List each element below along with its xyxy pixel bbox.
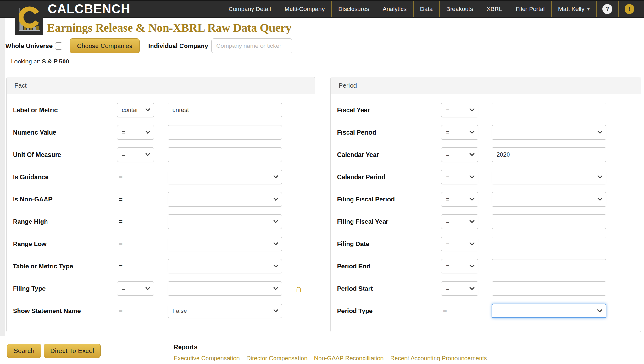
chevron-down-icon [273, 175, 278, 179]
filing-type-operator-select[interactable]: = [117, 281, 154, 296]
filing-type-value-select[interactable] [168, 281, 282, 296]
fiscal-period-operator-select[interactable]: = [441, 125, 478, 140]
range-high-value-cell [168, 214, 282, 229]
form-row-range-high: Range High= [7, 214, 315, 229]
calendar-period-operator-select[interactable]: = [441, 170, 478, 184]
user-name: Matt Kelly [558, 6, 584, 13]
show-statement-name-operator-cell: = [117, 307, 154, 315]
unit-of-measure-value-input[interactable] [168, 147, 282, 162]
period-end-value-input[interactable] [492, 259, 606, 273]
range-high-value-select[interactable] [168, 214, 282, 229]
form-row-filing-fiscal-year: Filing Fiscal Year= [331, 214, 641, 229]
period-type-value-select[interactable] [492, 304, 606, 318]
chevron-down-icon [273, 287, 278, 290]
form-row-filing-type: Filing Type=∩ [7, 281, 315, 296]
report-link-recent-accounting-pronouncements[interactable]: Recent Accounting Pronouncements [390, 355, 487, 362]
chevron-down-icon [469, 131, 475, 134]
nav-menu: Company DetailMulti-CompanyDisclosuresAn… [222, 1, 640, 17]
label-or-metric-operator-select[interactable]: contai [117, 103, 154, 117]
form-row-numeric-value: Numeric Value= [7, 125, 315, 140]
period-end-value-cell [492, 259, 606, 273]
numeric-value-value-input[interactable] [168, 125, 282, 140]
brand-name[interactable]: CALCBENCH [48, 2, 130, 16]
period-start-value-input[interactable] [492, 281, 606, 296]
filing-date-value-input[interactable] [492, 237, 606, 251]
calendar-period-operator-cell: = [441, 170, 478, 184]
report-link-director-compensation[interactable]: Director Compensation [246, 355, 307, 362]
report-links: Executive CompensationDirector Compensat… [174, 355, 487, 362]
filing-fiscal-period-operator-select[interactable]: = [441, 192, 478, 207]
nav-item-analytics[interactable]: Analytics [376, 1, 413, 17]
calendar-year-value-input[interactable] [492, 147, 606, 162]
looking-at-label: Looking at: [11, 58, 40, 65]
is-guidance-value-select[interactable] [168, 170, 282, 184]
period-end-operator-select-value: = [446, 263, 467, 270]
nav-item-company-detail[interactable]: Company Detail [222, 1, 278, 17]
filing-date-operator-select[interactable]: = [441, 237, 478, 251]
label-or-metric-value-input[interactable] [168, 103, 282, 117]
filing-fiscal-period-value-select[interactable] [492, 192, 606, 207]
nav-item-filer-portal[interactable]: Filer Portal [509, 1, 551, 17]
filing-fiscal-year-value-input[interactable] [492, 214, 606, 229]
unit-of-measure-label: Unit Of Measure [13, 151, 117, 158]
individual-company-label: Individual Company [148, 42, 208, 50]
chevron-down-icon [469, 108, 475, 112]
filing-type-operator-select-value: = [122, 285, 143, 292]
is-non-gaap-value-select[interactable] [168, 192, 282, 207]
fact-panel-body: Label or MetriccontaiNumeric Value=Unit … [7, 94, 315, 332]
calcbench-logo[interactable] [15, 1, 43, 35]
filing-date-label: Filing Date [337, 240, 441, 248]
choose-companies-button[interactable]: Choose Companies [70, 38, 140, 53]
numeric-value-operator-select[interactable]: = [117, 125, 154, 140]
calendar-year-operator-select[interactable]: = [441, 147, 478, 162]
filing-fiscal-year-operator-select[interactable]: = [441, 214, 478, 229]
is-non-gaap-value-cell [168, 192, 282, 207]
period-start-operator-select[interactable]: = [441, 281, 478, 296]
nav-item-xbrl[interactable]: XBRL [480, 1, 509, 17]
universe-controls: Whole Universe Choose Companies Individu… [5, 38, 644, 53]
nav-item-breakouts[interactable]: Breakouts [439, 1, 480, 17]
nav-item-disclosures[interactable]: Disclosures [331, 1, 376, 17]
alerts-button[interactable]: ! [618, 1, 640, 17]
page-left-gutter [0, 18, 5, 336]
intersect-icon: ∩ [282, 284, 302, 293]
search-button[interactable]: Search [7, 344, 41, 358]
help-button[interactable]: ? [596, 1, 618, 17]
calendar-period-value-select[interactable] [492, 170, 606, 184]
help-icon: ? [602, 4, 612, 14]
period-type-value-cell [492, 304, 606, 318]
is-guidance-operator-equals: = [117, 174, 123, 180]
range-low-value-cell [168, 237, 282, 251]
label-or-metric-value-cell [168, 103, 282, 117]
nav-item-multi-company[interactable]: Multi-Company [278, 1, 331, 17]
fiscal-period-label: Fiscal Period [337, 129, 441, 136]
direct-to-excel-button[interactable]: Direct To Excel [44, 344, 101, 358]
whole-universe-checkbox[interactable] [55, 42, 62, 50]
table-or-metric-type-value-select[interactable] [168, 259, 282, 273]
action-footer: Search Direct To Excel Reports Executive… [7, 344, 644, 362]
fiscal-period-value-select[interactable] [492, 125, 606, 140]
period-end-operator-select[interactable]: = [441, 259, 478, 273]
report-link-non-gaap-reconcilliation[interactable]: Non-GAAP Reconcilliation [314, 355, 384, 362]
form-row-period-end: Period End= [331, 259, 641, 273]
period-end-operator-cell: = [441, 259, 478, 273]
form-row-is-non-gaap: Is Non-GAAP= [7, 192, 315, 207]
nav-item-data[interactable]: Data [413, 1, 439, 17]
filing-fiscal-period-label: Filing Fiscal Period [337, 196, 441, 203]
chevron-down-icon [469, 242, 475, 245]
filing-fiscal-period-operator-select-value: = [446, 196, 467, 203]
report-link-executive-compensation[interactable]: Executive Compensation [174, 355, 240, 362]
fiscal-year-operator-select[interactable]: = [441, 103, 478, 117]
range-low-operator-equals: = [117, 240, 123, 247]
chevron-down-icon [597, 309, 602, 312]
period-panel-title: Period [331, 77, 641, 94]
fiscal-year-value-input[interactable] [492, 103, 606, 117]
company-search-input[interactable] [211, 38, 292, 53]
range-low-value-select[interactable] [168, 237, 282, 251]
unit-of-measure-operator-select[interactable]: = [117, 147, 154, 162]
chevron-down-icon [597, 175, 602, 179]
user-menu[interactable]: Matt Kelly ▾ [551, 1, 596, 17]
period-start-label: Period Start [337, 285, 441, 292]
fact-panel-title: Fact [7, 77, 315, 94]
show-statement-name-value-select[interactable]: False [168, 304, 282, 318]
